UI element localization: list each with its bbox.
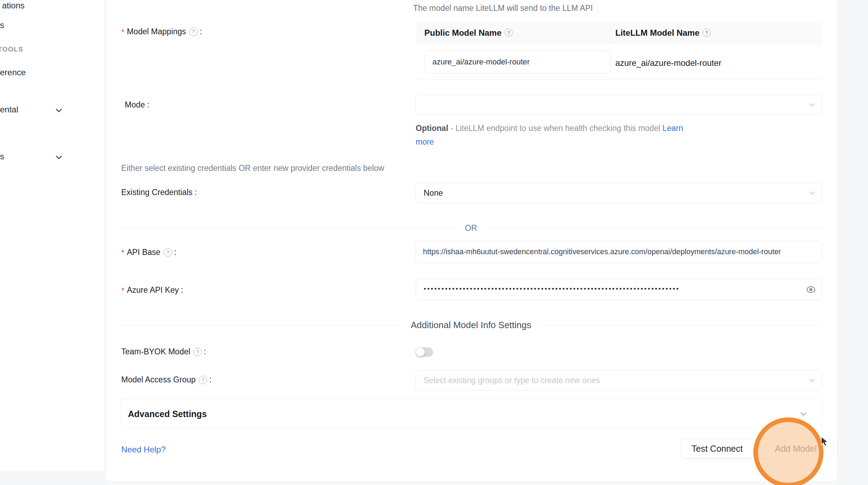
- model-mappings-table-header: Public Model Name ? LiteLLM Model Name ?: [416, 22, 822, 44]
- sidebar-item-organizations[interactable]: ations: [2, 1, 25, 11]
- mode-label-row: Mode :: [125, 100, 149, 110]
- mode-help-text-line1: Optional - LiteLLM endpoint to use when …: [416, 124, 683, 133]
- eye-icon[interactable]: [806, 285, 816, 294]
- mode-select[interactable]: [416, 95, 822, 115]
- table-row-divider: [416, 79, 822, 79]
- additional-info-divider-text: Additional Model Info Settings: [402, 320, 540, 331]
- existing-credentials-label: Existing Credentials: [121, 188, 192, 197]
- litellm-model-name-header: LiteLLM Model Name ?: [610, 28, 822, 38]
- mode-help-text-line2: more: [416, 137, 434, 147]
- model-mappings-label: Model Mappings: [127, 27, 186, 36]
- add-model-form-card: The model name LiteLLM will send to the …: [105, 0, 838, 482]
- sidebar-item-api-reference[interactable]: erence: [0, 68, 26, 77]
- sidebar: ations s TOOLS erence ental s: [0, 0, 105, 471]
- model-access-group-select[interactable]: Select existing groups or type to create…: [416, 370, 822, 390]
- chevron-down-icon: [808, 376, 816, 384]
- model-access-group-label: Model Access Group: [121, 375, 196, 384]
- azure-api-key-input[interactable]: ••••••••••••••••••••••••••••••••••••••••…: [416, 279, 822, 300]
- help-icon[interactable]: ?: [193, 348, 202, 356]
- required-asterisk: *: [121, 28, 124, 37]
- toggle-knob: [416, 348, 425, 356]
- help-icon[interactable]: ?: [703, 29, 711, 37]
- sidebar-item-experimental[interactable]: ental: [0, 105, 18, 115]
- chevron-down-icon: [55, 153, 63, 161]
- model-mappings-label-row: * Model Mappings ? :: [121, 26, 202, 37]
- team-byok-label: Team-BYOK Model: [121, 347, 190, 356]
- chevron-down-icon: [55, 106, 63, 115]
- help-icon[interactable]: ?: [505, 29, 513, 37]
- highlight-circle-annotation: [753, 417, 823, 485]
- team-byok-label-row: Team-BYOK Model ? :: [121, 347, 206, 356]
- additional-info-divider: Additional Model Info Settings: [120, 319, 822, 331]
- public-model-name-header: Public Model Name ?: [416, 28, 610, 38]
- chevron-down-icon: [808, 189, 816, 197]
- sidebar-item[interactable]: s: [0, 20, 4, 30]
- mouse-cursor: [820, 436, 830, 448]
- azure-api-key-label-row: * Azure API Key :: [121, 285, 183, 296]
- api-base-label-row: * API Base ? :: [121, 247, 176, 258]
- learn-more-link[interactable]: Learn: [662, 124, 683, 133]
- chevron-down-icon: [808, 101, 816, 109]
- required-asterisk: *: [121, 286, 124, 296]
- litellm-model-name-value: azure_ai/azure-model-router: [615, 58, 722, 68]
- chevron-down-icon: [799, 410, 808, 418]
- existing-credentials-select[interactable]: None: [416, 183, 822, 203]
- mode-label: Mode: [125, 100, 145, 110]
- need-help-link[interactable]: Need Help?: [121, 445, 166, 455]
- help-icon[interactable]: ?: [189, 28, 198, 36]
- or-divider: OR: [120, 223, 822, 233]
- team-byok-toggle[interactable]: [416, 347, 433, 357]
- learn-more-link[interactable]: more: [416, 137, 434, 146]
- existing-credentials-label-row: Existing Credentials :: [121, 188, 197, 197]
- api-base-input[interactable]: https://ishaa-mh6uutut-swedencentral.cog…: [416, 241, 822, 263]
- api-base-label: API Base: [127, 248, 160, 257]
- litellm-model-name-helper-text: The model name LiteLLM will send to the …: [413, 4, 593, 13]
- model-access-group-label-row: Model Access Group ? :: [121, 375, 212, 384]
- advanced-settings-panel[interactable]: Advanced Settings: [120, 399, 822, 429]
- sidebar-item-settings[interactable]: s: [0, 152, 4, 161]
- help-icon[interactable]: ?: [164, 248, 172, 257]
- advanced-settings-title: Advanced Settings: [128, 409, 207, 419]
- required-asterisk: *: [121, 248, 124, 258]
- masked-password-value: ••••••••••••••••••••••••••••••••••••••••…: [424, 285, 680, 293]
- test-connect-button[interactable]: Test Connect: [681, 439, 753, 459]
- credentials-note: Either select existing credentials OR en…: [121, 164, 384, 173]
- sidebar-section-tools: TOOLS: [0, 46, 23, 53]
- or-divider-text: OR: [454, 223, 488, 233]
- public-model-name-input[interactable]: azure_ai/azure-model-router: [424, 50, 611, 74]
- model-access-group-placeholder: Select existing groups or type to create…: [424, 376, 600, 385]
- help-icon[interactable]: ?: [199, 376, 207, 384]
- azure-api-key-label: Azure API Key: [127, 285, 179, 295]
